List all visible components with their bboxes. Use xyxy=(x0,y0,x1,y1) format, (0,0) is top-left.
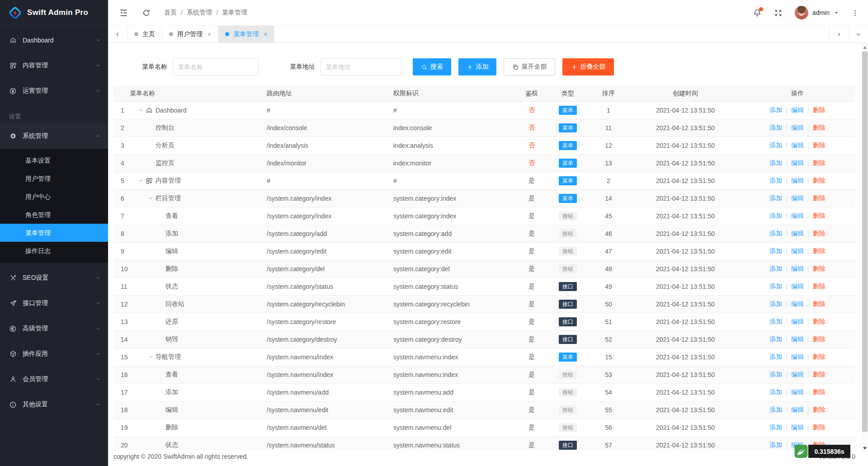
sidebar-item-advanced[interactable]: 高级管理 xyxy=(0,316,108,341)
row-action-edit[interactable]: 编辑 xyxy=(791,159,804,166)
row-action-add[interactable]: 添加 xyxy=(769,177,782,184)
row-action-delete[interactable]: 删除 xyxy=(813,212,826,219)
more-vertical-icon[interactable] xyxy=(851,9,859,17)
row-action-delete[interactable]: 删除 xyxy=(813,318,826,325)
avatar[interactable] xyxy=(795,6,808,19)
add-button[interactable]: 添加 xyxy=(458,58,496,75)
sidebar-subitem-basic-settings[interactable]: 基本设置 xyxy=(0,151,108,169)
row-action-add[interactable]: 添加 xyxy=(769,318,782,325)
fullscreen-icon[interactable] xyxy=(774,9,783,17)
row-action-edit[interactable]: 编辑 xyxy=(791,265,804,272)
tree-expand-icon[interactable] xyxy=(146,195,156,201)
sidebar-subitem-menu-mgmt[interactable]: 菜单管理 xyxy=(0,224,108,242)
row-action-edit[interactable]: 编辑 xyxy=(791,141,804,149)
sidebar-subitem-user-mgmt[interactable]: 用户管理 xyxy=(0,169,108,188)
notifications-bell-icon[interactable] xyxy=(753,8,762,17)
tree-expand-icon[interactable] xyxy=(146,354,156,360)
row-action-add[interactable]: 添加 xyxy=(769,424,782,431)
tree-expand-icon[interactable] xyxy=(136,107,146,113)
vertical-scrollbar[interactable] xyxy=(862,43,868,452)
row-action-add[interactable]: 添加 xyxy=(769,159,782,166)
sidebar-item-plugins[interactable]: 插件应用 xyxy=(0,341,108,367)
tab-close-icon[interactable]: × xyxy=(208,31,211,38)
row-action-add[interactable]: 添加 xyxy=(769,353,782,360)
tab-home[interactable]: 主页 xyxy=(127,26,162,42)
row-action-add[interactable]: 添加 xyxy=(769,212,782,219)
collapse-sidebar-icon[interactable] xyxy=(119,8,128,18)
row-action-add[interactable]: 添加 xyxy=(769,230,782,237)
user-menu[interactable]: admin xyxy=(795,6,839,19)
row-action-delete[interactable]: 删除 xyxy=(813,141,826,149)
row-action-delete[interactable]: 删除 xyxy=(813,388,826,395)
sidebar-item-seo[interactable]: SEO设置 xyxy=(0,265,108,291)
sidebar-subitem-op-logs[interactable]: 操作日志 xyxy=(0,242,108,260)
breadcrumb-item-1[interactable]: 系统管理 xyxy=(187,9,212,17)
row-action-delete[interactable]: 删除 xyxy=(813,300,826,307)
row-action-edit[interactable]: 编辑 xyxy=(791,300,804,307)
debug-trace-badge[interactable]: 0.315836s xyxy=(794,445,850,458)
row-action-add[interactable]: 添加 xyxy=(769,141,782,149)
row-action-add[interactable]: 添加 xyxy=(769,282,782,290)
sidebar-item-system[interactable]: 系统管理 xyxy=(0,123,108,149)
sidebar-item-operation[interactable]: 运营管理 xyxy=(0,78,108,104)
sidebar-item-dashboard[interactable]: Dashboard xyxy=(0,28,108,53)
row-action-add[interactable]: 添加 xyxy=(769,194,782,202)
row-action-delete[interactable]: 删除 xyxy=(813,230,826,237)
row-action-delete[interactable]: 删除 xyxy=(813,282,826,290)
row-action-delete[interactable]: 删除 xyxy=(813,406,826,413)
expand-all-button[interactable]: 展开全部 xyxy=(504,58,555,75)
row-action-add[interactable]: 添加 xyxy=(769,371,782,378)
row-action-add[interactable]: 添加 xyxy=(769,300,782,307)
row-action-edit[interactable]: 编辑 xyxy=(791,212,804,219)
row-action-add[interactable]: 添加 xyxy=(769,335,782,343)
row-action-add[interactable]: 添加 xyxy=(769,106,782,113)
row-action-edit[interactable]: 编辑 xyxy=(791,282,804,290)
menu-name-input[interactable] xyxy=(173,58,259,75)
row-action-edit[interactable]: 编辑 xyxy=(791,388,804,395)
row-action-edit[interactable]: 编辑 xyxy=(791,177,804,184)
row-action-add[interactable]: 添加 xyxy=(769,247,782,254)
sidebar-item-api[interactable]: 接口管理 xyxy=(0,291,108,316)
sidebar-subitem-user-center[interactable]: 用户中心 xyxy=(0,188,108,206)
row-action-edit[interactable]: 编辑 xyxy=(791,106,804,113)
row-action-edit[interactable]: 编辑 xyxy=(791,318,804,325)
sidebar-subitem-role-mgmt[interactable]: 角色管理 xyxy=(0,206,108,224)
tabs-scroll-left-icon[interactable] xyxy=(108,26,127,42)
search-button[interactable]: 搜索 xyxy=(413,58,451,75)
refresh-icon[interactable] xyxy=(142,9,151,17)
row-action-edit[interactable]: 编辑 xyxy=(791,247,804,254)
collapse-all-button[interactable]: 折叠全部 xyxy=(562,58,614,75)
row-action-edit[interactable]: 编辑 xyxy=(791,424,804,431)
sidebar-item-members[interactable]: 会员管理 xyxy=(0,367,108,392)
row-action-add[interactable]: 添加 xyxy=(769,388,782,395)
scrollbar-up-arrow-icon[interactable] xyxy=(863,46,867,49)
menu-address-input[interactable] xyxy=(321,58,402,75)
row-action-delete[interactable]: 删除 xyxy=(813,424,826,431)
tab-user-mgmt[interactable]: 用户管理× xyxy=(162,26,218,42)
row-action-edit[interactable]: 编辑 xyxy=(791,371,804,378)
row-action-delete[interactable]: 删除 xyxy=(813,265,826,272)
row-action-delete[interactable]: 删除 xyxy=(813,353,826,360)
breadcrumb-item-0[interactable]: 首页 xyxy=(164,9,177,17)
tab-menu-mgmt[interactable]: 菜单管理× xyxy=(218,26,274,42)
row-action-delete[interactable]: 删除 xyxy=(813,159,826,166)
row-action-edit[interactable]: 编辑 xyxy=(791,194,804,202)
row-action-edit[interactable]: 编辑 xyxy=(791,124,804,131)
row-action-delete[interactable]: 删除 xyxy=(813,194,826,202)
scrollbar-thumb[interactable] xyxy=(862,52,868,432)
row-action-delete[interactable]: 删除 xyxy=(813,124,826,131)
row-action-delete[interactable]: 删除 xyxy=(813,371,826,378)
tree-expand-icon[interactable] xyxy=(136,178,146,184)
row-action-add[interactable]: 添加 xyxy=(769,124,782,131)
row-action-delete[interactable]: 删除 xyxy=(813,247,826,254)
row-action-edit[interactable]: 编辑 xyxy=(791,230,804,237)
scrollbar-down-arrow-icon[interactable] xyxy=(863,447,867,450)
row-action-add[interactable]: 添加 xyxy=(769,265,782,272)
tabs-scroll-right-icon[interactable] xyxy=(829,26,849,42)
sidebar-item-other[interactable]: 其他设置 xyxy=(0,392,108,417)
row-action-edit[interactable]: 编辑 xyxy=(791,353,804,360)
row-action-edit[interactable]: 编辑 xyxy=(791,335,804,343)
row-action-delete[interactable]: 删除 xyxy=(813,106,826,113)
row-action-add[interactable]: 添加 xyxy=(769,406,782,413)
row-action-delete[interactable]: 删除 xyxy=(813,335,826,343)
